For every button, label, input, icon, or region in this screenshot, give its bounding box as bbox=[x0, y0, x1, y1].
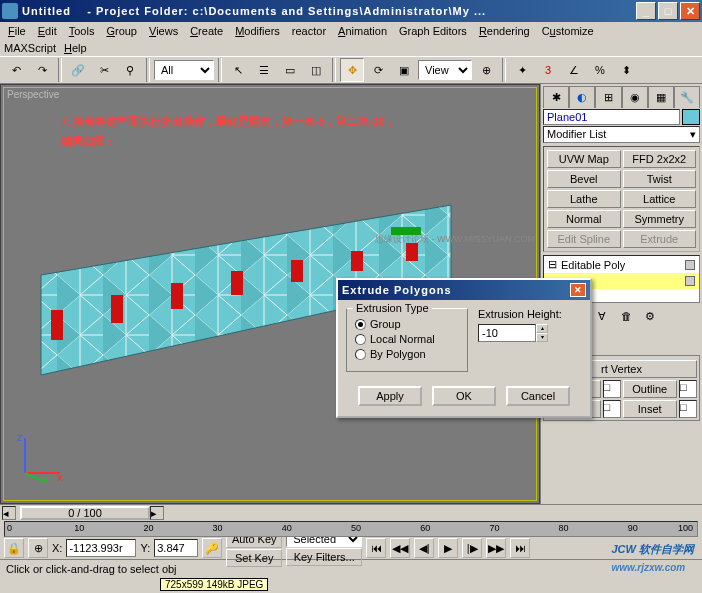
set-key-button[interactable]: Set Key bbox=[226, 549, 282, 567]
select-by-name-button[interactable]: ☰ bbox=[252, 58, 276, 82]
menu-edit[interactable]: Edit bbox=[34, 24, 61, 38]
tab-utilities[interactable]: 🔧 bbox=[674, 86, 700, 108]
height-spinner[interactable]: ▴▾ bbox=[536, 324, 548, 342]
menu-tools[interactable]: Tools bbox=[65, 24, 99, 38]
y-coord-input[interactable] bbox=[154, 539, 198, 557]
redo-button[interactable]: ↷ bbox=[30, 58, 54, 82]
time-slider-thumb[interactable]: 0 / 100 bbox=[20, 506, 150, 520]
mod-bevel[interactable]: Bevel bbox=[547, 170, 621, 188]
key-mode-button[interactable]: 🔑 bbox=[202, 538, 222, 558]
inset-settings-button[interactable]: □ bbox=[679, 400, 697, 418]
outline-button[interactable]: Outline bbox=[623, 380, 678, 398]
main-toolbar: ↶ ↷ 🔗 ✂ ⚲ All ↖ ☰ ▭ ◫ ✥ ⟳ ▣ View ⊕ ✦ 3 ∠… bbox=[0, 56, 702, 84]
menu-graph-editors[interactable]: Graph Editors bbox=[395, 24, 471, 38]
object-color-swatch[interactable] bbox=[682, 109, 700, 125]
tab-create[interactable]: ✱ bbox=[543, 86, 569, 108]
mod-normal[interactable]: Normal bbox=[547, 210, 621, 228]
cancel-button[interactable]: Cancel bbox=[506, 386, 570, 406]
dialog-titlebar[interactable]: Extrude Polygons ✕ bbox=[338, 280, 590, 300]
manipulate-button[interactable]: ✦ bbox=[510, 58, 534, 82]
mod-twist[interactable]: Twist bbox=[623, 170, 697, 188]
select-region-button[interactable]: ▭ bbox=[278, 58, 302, 82]
object-name-field[interactable]: Plane01 bbox=[543, 109, 680, 125]
outline-settings-button[interactable]: □ bbox=[679, 380, 697, 398]
mod-lattice[interactable]: Lattice bbox=[623, 190, 697, 208]
menu-help[interactable]: Help bbox=[64, 42, 87, 54]
lock-selection-button[interactable]: 🔒 bbox=[4, 538, 24, 558]
select-button[interactable]: ↖ bbox=[226, 58, 250, 82]
menu-bar: FFileile Edit Tools Group Views Create M… bbox=[0, 22, 702, 40]
menu-rendering[interactable]: Rendering bbox=[475, 24, 534, 38]
extrude-polygons-dialog: Extrude Polygons ✕ Extrusion Type Group … bbox=[336, 278, 592, 418]
tab-motion[interactable]: ◉ bbox=[622, 86, 648, 108]
app-icon bbox=[2, 3, 18, 19]
prev-frame-button[interactable]: ◀◀ bbox=[390, 538, 410, 558]
tab-display[interactable]: ▦ bbox=[648, 86, 674, 108]
time-ruler[interactable]: 0 10 20 30 40 50 60 70 80 90 100 bbox=[4, 521, 698, 537]
unlink-button[interactable]: ✂ bbox=[92, 58, 116, 82]
mod-editspline[interactable]: Edit Spline bbox=[547, 230, 621, 248]
ok-button[interactable]: OK bbox=[432, 386, 496, 406]
goto-end-button[interactable]: ⏭ bbox=[510, 538, 530, 558]
use-center-button[interactable]: ⊕ bbox=[474, 58, 498, 82]
apply-button[interactable]: Apply bbox=[358, 386, 422, 406]
menu-modifiers[interactable]: Modifiers bbox=[231, 24, 284, 38]
goto-start-button[interactable]: ⏮ bbox=[366, 538, 386, 558]
menu-customize[interactable]: Customize bbox=[538, 24, 598, 38]
rotate-button[interactable]: ⟳ bbox=[366, 58, 390, 82]
bind-button[interactable]: ⚲ bbox=[118, 58, 142, 82]
abs-transform-button[interactable]: ⊕ bbox=[28, 538, 48, 558]
menu-file[interactable]: FFileile bbox=[4, 24, 30, 38]
stack-editable-poly[interactable]: ⊟Editable Poly bbox=[544, 256, 699, 273]
mod-lathe[interactable]: Lathe bbox=[547, 190, 621, 208]
bevel-settings-button[interactable]: □ bbox=[603, 400, 621, 418]
play-button[interactable]: ▶ bbox=[438, 538, 458, 558]
next-key-button[interactable]: |▶ bbox=[462, 538, 482, 558]
time-slider-left[interactable]: ◂ bbox=[2, 506, 16, 520]
selection-filter[interactable]: All bbox=[154, 60, 214, 80]
menu-maxscript[interactable]: MAXScript bbox=[4, 42, 56, 54]
remove-modifier-button[interactable]: 🗑 bbox=[615, 306, 637, 326]
mod-ffd[interactable]: FFD 2x2x2 bbox=[623, 150, 697, 168]
maximize-button[interactable]: □ bbox=[658, 2, 678, 20]
percent-snap-button[interactable]: % bbox=[588, 58, 612, 82]
window-crossing-button[interactable]: ◫ bbox=[304, 58, 328, 82]
menu-group[interactable]: Group bbox=[102, 24, 141, 38]
menu-create[interactable]: Create bbox=[186, 24, 227, 38]
modifier-list-dropdown[interactable]: Modifier List▾ bbox=[543, 126, 700, 143]
radio-local-normal[interactable]: Local Normal bbox=[355, 333, 459, 345]
link-button[interactable]: 🔗 bbox=[66, 58, 90, 82]
mod-symmetry[interactable]: Symmetry bbox=[623, 210, 697, 228]
prev-key-button[interactable]: ◀| bbox=[414, 538, 434, 558]
inset-button[interactable]: Inset bbox=[623, 400, 678, 418]
tab-modify[interactable]: ◐ bbox=[569, 86, 595, 108]
svg-line-14 bbox=[25, 473, 43, 481]
undo-button[interactable]: ↶ bbox=[4, 58, 28, 82]
time-slider-right[interactable]: ▸ bbox=[150, 506, 164, 520]
dialog-close-button[interactable]: ✕ bbox=[570, 283, 586, 297]
mod-uvwmap[interactable]: UVW Map bbox=[547, 150, 621, 168]
make-unique-button[interactable]: ∀ bbox=[591, 306, 613, 326]
menu-animation[interactable]: Animation bbox=[334, 24, 391, 38]
minimize-button[interactable]: _ bbox=[636, 2, 656, 20]
angle-snap-button[interactable]: ∠ bbox=[562, 58, 586, 82]
mod-extrude[interactable]: Extrude bbox=[623, 230, 697, 248]
move-button[interactable]: ✥ bbox=[340, 58, 364, 82]
extrusion-height-input[interactable] bbox=[478, 324, 536, 342]
key-filters-button[interactable]: Key Filters... bbox=[286, 548, 362, 566]
tab-hierarchy[interactable]: ⊞ bbox=[595, 86, 621, 108]
close-button[interactable]: ✕ bbox=[680, 2, 700, 20]
radio-group[interactable]: Group bbox=[355, 318, 459, 330]
x-coord-input[interactable] bbox=[66, 539, 136, 557]
extrude-settings-button[interactable]: □ bbox=[603, 380, 621, 398]
menu-views[interactable]: Views bbox=[145, 24, 182, 38]
snap-button[interactable]: 3 bbox=[536, 58, 560, 82]
svg-text:y: y bbox=[43, 473, 49, 483]
scale-button[interactable]: ▣ bbox=[392, 58, 416, 82]
menu-reactor[interactable]: reactor bbox=[288, 24, 330, 38]
spinner-snap-button[interactable]: ⬍ bbox=[614, 58, 638, 82]
next-frame-button[interactable]: ▶▶ bbox=[486, 538, 506, 558]
configure-sets-button[interactable]: ⚙ bbox=[639, 306, 661, 326]
ref-coord-system[interactable]: View bbox=[418, 60, 472, 80]
radio-by-polygon[interactable]: By Polygon bbox=[355, 348, 459, 360]
